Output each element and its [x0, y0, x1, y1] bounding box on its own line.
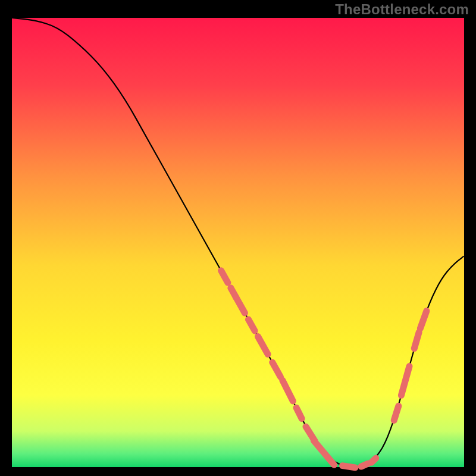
watermark-text: TheBottleneck.com: [335, 1, 469, 18]
highlight-dash: [394, 406, 399, 420]
bottleneck-chart: TheBottleneck.com: [0, 0, 476, 476]
chart-svg: [0, 0, 476, 476]
highlight-dash: [342, 466, 355, 468]
highlight-dash: [371, 458, 376, 462]
highlight-dash: [361, 464, 368, 466]
plot-background: [12, 18, 464, 467]
highlight-dash: [414, 333, 419, 349]
